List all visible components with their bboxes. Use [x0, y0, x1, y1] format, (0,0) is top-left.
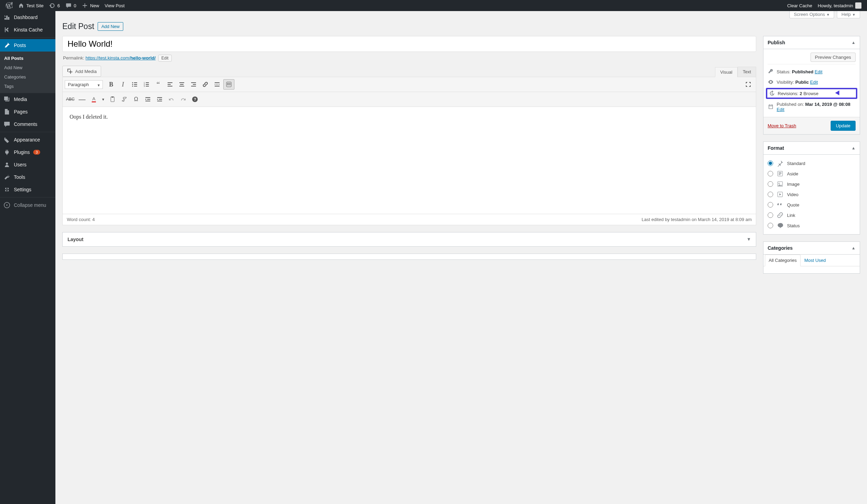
metabox-placeholder — [62, 254, 756, 260]
categories-box-header[interactable]: Categories▲ — [763, 242, 860, 255]
add-media-button[interactable]: Add Media — [62, 66, 101, 77]
hr-button[interactable]: — — [77, 94, 88, 104]
most-used-tab[interactable]: Most Used — [801, 255, 830, 266]
preview-changes-button[interactable]: Preview Changes — [811, 53, 856, 62]
wp-logo[interactable] — [3, 0, 15, 11]
view-post[interactable]: View Post — [102, 0, 127, 11]
outdent-button[interactable] — [142, 94, 153, 104]
text-color-button[interactable]: A — [88, 94, 99, 104]
format-link[interactable]: Link — [768, 210, 856, 220]
svg-rect-16 — [179, 82, 184, 83]
format-select[interactable]: Paragraph▼ — [65, 80, 103, 89]
post-title-input[interactable] — [62, 36, 756, 52]
align-center-button[interactable] — [176, 79, 187, 90]
svg-rect-15 — [168, 86, 172, 86]
site-name[interactable]: Test Site — [15, 0, 46, 11]
menu-tools[interactable]: Tools — [0, 171, 55, 183]
collapse-menu[interactable]: Collapse menu — [0, 199, 55, 211]
link-button[interactable] — [200, 79, 211, 90]
align-left-button[interactable] — [164, 79, 176, 90]
help-tab[interactable]: Help▼ — [837, 11, 860, 18]
svg-rect-18 — [179, 86, 184, 86]
svg-rect-22 — [215, 82, 220, 83]
svg-rect-29 — [227, 84, 228, 85]
undo-button[interactable] — [166, 94, 177, 104]
permalink-link[interactable]: https://test.kinsta.com/hello-world/ — [86, 55, 155, 61]
italic-button[interactable]: I — [117, 79, 128, 90]
numbered-list-button[interactable]: 123 — [141, 79, 152, 90]
edit-permalink-button[interactable]: Edit — [158, 55, 172, 62]
clear-cache[interactable]: Clear Cache — [784, 0, 815, 11]
menu-kinsta[interactable]: Kinsta Cache — [0, 24, 55, 36]
svg-rect-12 — [146, 86, 149, 86]
submenu-categories[interactable]: Categories — [0, 72, 55, 82]
format-quote[interactable]: Quote — [768, 200, 856, 210]
svg-rect-6 — [134, 86, 137, 86]
bold-button[interactable]: B — [106, 79, 117, 90]
menu-appearance[interactable]: Appearance — [0, 134, 55, 146]
format-box: Format▲ Standard Aside Image Video Quote… — [763, 141, 860, 235]
menu-media[interactable]: Media — [0, 93, 55, 106]
toolbar-toggle-button[interactable] — [223, 79, 234, 90]
format-image[interactable]: Image — [768, 179, 856, 189]
edit-status-link[interactable]: Edit — [815, 69, 822, 74]
format-video[interactable]: Video — [768, 189, 856, 200]
format-aside[interactable]: Aside — [768, 168, 856, 179]
updates-indicator[interactable]: 6 — [46, 0, 63, 11]
my-account[interactable]: Howdy, testadmin — [815, 0, 864, 11]
visual-tab[interactable]: Visual — [715, 67, 738, 77]
edit-date-link[interactable]: Edit — [777, 107, 784, 112]
format-status[interactable]: Status — [768, 220, 856, 231]
menu-settings[interactable]: Settings — [0, 183, 55, 196]
menu-plugins[interactable]: Plugins 3 — [0, 146, 55, 158]
special-char-button[interactable]: Ω — [131, 94, 142, 104]
menu-users[interactable]: Users — [0, 158, 55, 171]
update-button[interactable]: Update — [831, 121, 856, 131]
move-to-trash-link[interactable]: Move to Trash — [768, 123, 796, 128]
indent-button[interactable] — [154, 94, 165, 104]
post-content-editor[interactable]: Oops I deleted it. — [62, 107, 756, 214]
text-color-dropdown[interactable]: ▼ — [100, 94, 106, 104]
keyboard-help-button[interactable]: ? — [189, 94, 200, 104]
submenu-add-new[interactable]: Add New — [0, 63, 55, 72]
permalink-row: Permalink: https://test.kinsta.com/hello… — [63, 55, 756, 62]
svg-rect-39 — [157, 101, 162, 101]
strikethrough-button[interactable]: ABC — [65, 94, 76, 104]
menu-pages[interactable]: Pages — [0, 106, 55, 118]
svg-rect-31 — [230, 84, 231, 85]
screen-options-tab[interactable]: Screen Options▼ — [789, 11, 834, 18]
svg-rect-4 — [134, 84, 137, 85]
menu-posts[interactable]: Posts — [0, 39, 55, 52]
svg-rect-2 — [134, 82, 137, 83]
svg-point-3 — [132, 84, 133, 85]
browse-revisions-link[interactable]: Browse — [803, 91, 818, 96]
layout-metabox[interactable]: Layout ▼ — [62, 232, 756, 247]
status-icon — [777, 222, 784, 229]
submenu-tags[interactable]: Tags — [0, 82, 55, 91]
read-more-button[interactable] — [212, 79, 223, 90]
image-icon — [777, 181, 784, 187]
text-tab[interactable]: Text — [738, 67, 756, 77]
svg-rect-10 — [146, 84, 149, 85]
publish-box-header[interactable]: Publish▲ — [763, 36, 860, 49]
comments-indicator[interactable]: 0 — [63, 0, 79, 11]
redo-button[interactable] — [178, 94, 189, 104]
editor-toolbar-row2: ABC — A ▼ Ω ? — [62, 92, 756, 107]
add-new-button[interactable]: Add New — [98, 22, 124, 31]
status-row: Status: Published Edit — [768, 66, 856, 77]
new-content[interactable]: New — [79, 0, 102, 11]
fullscreen-button[interactable] — [743, 79, 754, 90]
all-categories-tab[interactable]: All Categories — [765, 255, 801, 266]
blockquote-button[interactable]: “ — [153, 79, 164, 90]
clear-formatting-button[interactable] — [119, 94, 130, 104]
align-right-button[interactable] — [188, 79, 199, 90]
menu-dashboard[interactable]: Dashboard — [0, 11, 55, 24]
format-box-header[interactable]: Format▲ — [763, 142, 860, 155]
format-standard[interactable]: Standard — [768, 158, 856, 168]
paste-text-button[interactable] — [107, 94, 118, 104]
bullet-list-button[interactable] — [129, 79, 140, 90]
submenu-all-posts[interactable]: All Posts — [0, 54, 55, 63]
svg-rect-30 — [229, 84, 230, 85]
menu-comments[interactable]: Comments — [0, 118, 55, 130]
edit-visibility-link[interactable]: Edit — [810, 80, 818, 85]
